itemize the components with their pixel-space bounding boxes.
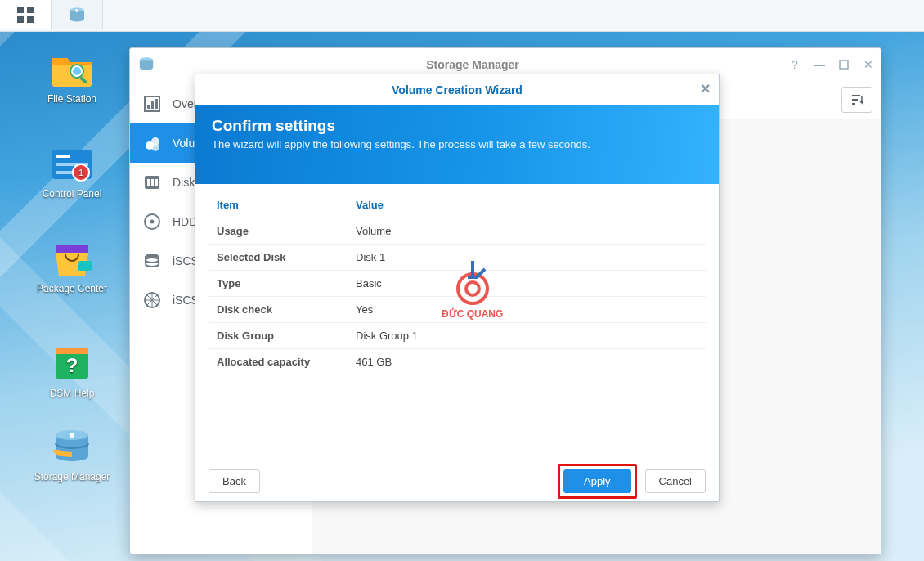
svg-rect-24: [147, 105, 150, 109]
svg-rect-32: [151, 179, 154, 186]
desktop-icon-control-panel[interactable]: 1 Control Panel: [33, 144, 111, 200]
svg-rect-13: [56, 245, 88, 253]
window-title: Storage Manager: [163, 58, 783, 71]
window-maximize-button[interactable]: [832, 52, 856, 77]
desktop-icon-package-center[interactable]: Package Center: [33, 239, 111, 294]
svg-point-29: [151, 143, 159, 151]
svg-rect-16: [56, 348, 88, 354]
wizard-footer: Back Apply Cancel: [195, 460, 719, 501]
hdd-ssd-icon: [141, 211, 163, 232]
wizard-title: Volume Creation Wizard: [392, 83, 523, 96]
svg-rect-14: [78, 261, 92, 271]
table-header-value: Value: [348, 192, 706, 218]
desktop-icon-file-station[interactable]: File Station: [33, 49, 111, 105]
taskbar-launcher-button[interactable]: [0, 0, 52, 29]
wizard-heading: Confirm settings: [212, 117, 702, 135]
wizard-subheading: The wizard will apply the following sett…: [212, 138, 702, 150]
iscsi-lun-icon: [141, 250, 163, 272]
sort-button[interactable]: [841, 87, 872, 113]
back-button[interactable]: Back: [209, 469, 260, 493]
shopping-bag-icon: [49, 239, 95, 280]
iscsi-target-icon: [141, 289, 163, 311]
notification-badge: 1: [72, 164, 90, 182]
desktop-icon-label: Control Panel: [43, 188, 102, 200]
svg-rect-0: [17, 7, 24, 13]
table-row: Disk checkYes: [209, 297, 706, 323]
svg-rect-25: [151, 101, 154, 109]
volume-icon: [141, 132, 163, 154]
svg-point-5: [75, 9, 78, 12]
table-row: Allocated capacity461 GB: [209, 349, 706, 375]
storage-manager-icon: [49, 427, 95, 468]
window-help-button[interactable]: ?: [783, 52, 807, 77]
apply-button[interactable]: Apply: [563, 469, 631, 493]
svg-point-20: [70, 433, 74, 438]
svg-rect-3: [27, 16, 34, 23]
table-header-item: Item: [209, 192, 348, 218]
apply-highlight-annotation: Apply: [558, 464, 637, 499]
wizard-titlebar[interactable]: Volume Creation Wizard ✕: [195, 74, 719, 105]
wizard-banner: Confirm settings The wizard will apply t…: [195, 105, 719, 184]
desktop: File Station 1 Control Panel Package Cen…: [0, 0, 924, 561]
svg-point-35: [150, 220, 155, 224]
taskbar: [0, 0, 924, 32]
disk-group-icon: [141, 172, 163, 193]
taskbar-storage-manager-button[interactable]: [52, 0, 103, 29]
wizard-close-button[interactable]: ✕: [700, 81, 711, 96]
desktop-icon-storage-manager[interactable]: Storage Manager: [33, 427, 111, 482]
desktop-icon-label: Storage Manager: [34, 471, 110, 482]
help-book-icon: ?: [49, 343, 95, 384]
window-minimize-button[interactable]: —: [807, 52, 832, 77]
svg-rect-33: [155, 179, 158, 186]
desktop-icon-dsm-help[interactable]: ? DSM Help: [33, 343, 111, 399]
wizard-body: Item Value UsageVolume Selected DiskDisk…: [195, 184, 719, 460]
desktop-icon-label: Package Center: [37, 283, 107, 294]
svg-rect-10: [56, 155, 70, 158]
overview-icon: [141, 93, 163, 114]
desktop-icon-label: DSM Help: [50, 388, 95, 399]
svg-text:?: ?: [66, 354, 78, 376]
settings-panel-icon: 1: [49, 144, 95, 185]
svg-rect-22: [840, 61, 848, 69]
table-row: Selected DiskDisk 1: [209, 245, 706, 271]
folder-search-icon: [49, 49, 95, 90]
settings-table: Item Value UsageVolume Selected DiskDisk…: [209, 192, 706, 375]
svg-point-37: [146, 258, 159, 263]
cancel-button[interactable]: Cancel: [645, 469, 706, 493]
volume-creation-wizard-dialog: Volume Creation Wizard ✕ Confirm setting…: [195, 74, 720, 502]
desktop-icon-label: File Station: [47, 93, 96, 105]
svg-rect-31: [147, 179, 150, 186]
table-row: TypeBasic: [209, 271, 706, 297]
table-row: Disk GroupDisk Group 1: [209, 323, 706, 349]
svg-point-7: [73, 67, 81, 75]
svg-rect-26: [155, 99, 158, 109]
table-row: UsageVolume: [209, 218, 706, 245]
svg-rect-1: [27, 7, 34, 13]
svg-rect-2: [17, 16, 24, 23]
app-icon: [138, 56, 155, 74]
window-close-button[interactable]: ✕: [856, 52, 881, 77]
